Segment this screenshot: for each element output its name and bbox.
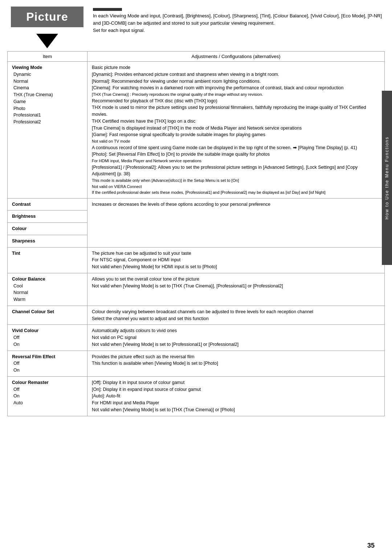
item-sub: On bbox=[12, 367, 83, 374]
item-cell: Contrast bbox=[8, 198, 87, 210]
item-sub: Off bbox=[12, 386, 83, 393]
item-sub: On bbox=[12, 341, 83, 348]
item-title: Reversal Film Effect bbox=[12, 354, 56, 359]
right-sidebar: How to Use the Menu Functions bbox=[382, 91, 392, 265]
page-number: 35 bbox=[367, 542, 375, 549]
item-sub: Cool bbox=[12, 283, 83, 290]
desc-cell: Provides the picture effect such as the … bbox=[87, 351, 385, 376]
item-cell: Sharpness bbox=[8, 235, 87, 247]
table-row: Channel Colour SetColour density varying… bbox=[8, 306, 385, 325]
item-title: Colour Balance bbox=[12, 277, 45, 282]
table-row: Reversal Film EffectOffOnProvides the pi… bbox=[8, 351, 385, 376]
item-sub: Off bbox=[12, 360, 83, 367]
item-sub: Professional1 bbox=[12, 112, 83, 119]
item-sub: Normal bbox=[12, 78, 83, 85]
desc-cell: [Off]: Display it in input source of col… bbox=[87, 376, 385, 416]
table-row: Colour RemasterOffOnAuto[Off]: Display i… bbox=[8, 376, 385, 416]
item-sub: Professional2 bbox=[12, 119, 83, 126]
item-title: Tint bbox=[12, 251, 20, 256]
table-row: Colour BalanceCoolNormalWarmAllows you t… bbox=[8, 273, 385, 306]
arrow-down-icon bbox=[36, 34, 58, 48]
header-section: Picture In each Viewing Mode and input, … bbox=[0, 0, 392, 51]
item-cell: Colour BalanceCoolNormalWarm bbox=[8, 273, 87, 306]
page-title: Picture bbox=[11, 7, 83, 27]
item-title: Colour bbox=[12, 226, 26, 231]
dark-bar-decoration bbox=[93, 8, 122, 11]
table-row: ContrastIncreases or decreases the level… bbox=[8, 198, 385, 210]
col1-header: Item bbox=[8, 52, 87, 62]
item-sub: Cinema bbox=[12, 85, 83, 91]
col2-header: Adjustments / Configurations (alternativ… bbox=[87, 52, 385, 62]
item-sub: Warm bbox=[12, 296, 83, 303]
item-title: Vivid Colour bbox=[12, 328, 38, 333]
item-title: Contrast bbox=[12, 202, 30, 207]
desc-cell: Allows you to set the overall colour ton… bbox=[87, 273, 385, 306]
table-row: Vivid ColourOffOnAutomatically adjusts c… bbox=[8, 325, 385, 351]
item-cell: Brightness bbox=[8, 210, 87, 223]
table-row: Viewing ModeDynamicNormalCinemaTHX (True… bbox=[8, 62, 385, 199]
item-sub: Photo bbox=[12, 105, 83, 112]
item-title: Channel Colour Set bbox=[12, 309, 54, 314]
item-sub: On bbox=[12, 393, 83, 400]
item-cell: Viewing ModeDynamicNormalCinemaTHX (True… bbox=[8, 62, 87, 199]
item-cell: Reversal Film EffectOffOn bbox=[8, 351, 87, 376]
table-row: TintThe picture hue can be adjusted to s… bbox=[8, 247, 385, 273]
sidebar-text: How to Use the Menu Functions bbox=[384, 136, 389, 220]
item-sub: Dynamic bbox=[12, 71, 83, 78]
desc-cell: Increases or decreases the levels of the… bbox=[87, 198, 385, 247]
item-cell: Tint bbox=[8, 247, 87, 273]
item-title: Sharpness bbox=[12, 238, 35, 244]
item-sub: Game bbox=[12, 98, 83, 105]
desc-cell: The picture hue can be adjusted to suit … bbox=[87, 247, 385, 273]
item-cell: Vivid ColourOffOn bbox=[8, 325, 87, 351]
title-column: Picture bbox=[7, 7, 87, 48]
desc-cell: Basic picture mode[Dynamic]: Provides en… bbox=[87, 62, 385, 199]
main-table: Item Adjustments / Configurations (alter… bbox=[7, 51, 385, 416]
item-title: Colour Remaster bbox=[12, 380, 49, 385]
item-title: Brightness bbox=[12, 214, 36, 219]
item-sub: THX (True Cinema) bbox=[12, 91, 83, 98]
item-cell: Colour RemasterOffOnAuto bbox=[8, 376, 87, 416]
item-cell: Colour bbox=[8, 223, 87, 235]
item-cell: Channel Colour Set bbox=[8, 306, 87, 325]
item-sub: Normal bbox=[12, 289, 83, 296]
desc-cell: Colour density varying between broadcast… bbox=[87, 306, 385, 325]
header-description-text: In each Viewing Mode and input, [Contras… bbox=[93, 13, 382, 33]
item-title: Viewing Mode bbox=[12, 65, 42, 70]
item-sub: Auto bbox=[12, 400, 83, 406]
desc-cell: Automatically adjusts colours to vivid o… bbox=[87, 325, 385, 351]
header-description: In each Viewing Mode and input, [Contras… bbox=[93, 7, 385, 48]
item-sub: Off bbox=[12, 334, 83, 341]
